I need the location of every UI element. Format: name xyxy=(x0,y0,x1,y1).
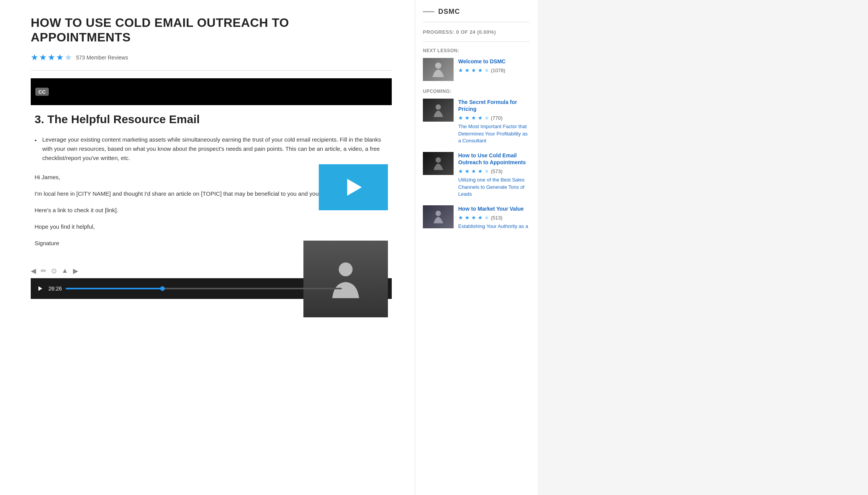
upcoming-thumb-1 xyxy=(423,152,454,175)
uls-1-1: ★ xyxy=(458,168,463,174)
person-sport-icon xyxy=(434,210,443,223)
time-display: 26:26 xyxy=(48,285,62,292)
divider xyxy=(31,70,392,71)
next-lesson-count: (1078) xyxy=(491,68,505,73)
progress-fill xyxy=(66,288,162,289)
play-button[interactable] xyxy=(319,164,388,210)
nls-3: ★ xyxy=(471,67,476,73)
uls-1-3: ★ xyxy=(471,168,476,174)
share-icon[interactable]: ▲ xyxy=(61,267,68,275)
uls-1-5: ★ xyxy=(484,168,489,174)
upcoming-title-1[interactable]: How to Use Cold Email Outreach to Appoin… xyxy=(458,152,530,166)
star-5: ★ xyxy=(65,53,72,63)
uls-1-4: ★ xyxy=(478,168,483,174)
svg-point-7 xyxy=(436,104,441,110)
upcoming-card-0[interactable]: The Secret Formula for Pricing ★ ★ ★ ★ ★… xyxy=(423,99,530,144)
video-top-bar: CC xyxy=(31,78,392,105)
play-triangle-icon xyxy=(347,179,362,196)
bullet-text: Leverage your existing content marketing… xyxy=(42,135,388,163)
svg-point-9 xyxy=(436,211,441,216)
upcoming-stars-2: ★ ★ ★ ★ ★ (513) xyxy=(458,214,530,221)
upcoming-thumb-2 xyxy=(423,205,454,228)
upcoming-title-0[interactable]: The Secret Formula for Pricing xyxy=(458,99,530,112)
upcoming-thumb-img-0 xyxy=(423,99,454,122)
svg-marker-1 xyxy=(38,286,42,291)
nls-4: ★ xyxy=(478,67,483,73)
upcoming-info-0: The Secret Formula for Pricing ★ ★ ★ ★ ★… xyxy=(458,99,530,144)
upcoming-label: UPCOMING: xyxy=(423,89,530,94)
upcoming-title-2[interactable]: How to Market Your Value xyxy=(458,205,530,212)
play-pause-button[interactable] xyxy=(35,284,45,293)
upcoming-thumb-0 xyxy=(423,99,454,122)
person-dark-icon-0 xyxy=(434,104,443,117)
upcoming-stars-1: ★ ★ ★ ★ ★ (573) xyxy=(458,168,530,174)
uls-2-5: ★ xyxy=(484,214,489,221)
svg-point-6 xyxy=(435,63,441,69)
upcoming-info-1: How to Use Cold Email Outreach to Appoin… xyxy=(458,152,530,198)
email-body3: Hope you find it helpful, xyxy=(35,221,388,232)
brand-name: DSMC xyxy=(438,8,460,16)
upcoming-desc-0: The Most Important Factor that Determine… xyxy=(458,123,530,144)
bullet-dot: • xyxy=(35,136,39,163)
uls-2-2: ★ xyxy=(465,214,470,221)
upcoming-card-2[interactable]: How to Market Your Value ★ ★ ★ ★ ★ (513)… xyxy=(423,205,530,230)
email-body: Hi James, I'm local here in [CITY NAME] … xyxy=(35,172,388,248)
progress-bar[interactable] xyxy=(66,288,342,289)
uls-0-2: ★ xyxy=(465,115,470,121)
bullet-item: • Leverage your existing content marketi… xyxy=(35,135,388,163)
upcoming-desc-1: Utilizing one of the Best Sales Channels… xyxy=(458,177,530,198)
next-lesson-title[interactable]: Welcome to DSMC xyxy=(458,58,530,65)
next-lesson-label: NEXT LESSON: xyxy=(423,48,530,53)
content-area: 3. The Helpful Resource Email • Leverage… xyxy=(31,105,392,262)
next-icon[interactable]: ▶ xyxy=(73,267,78,275)
next-lesson-thumb xyxy=(423,58,454,81)
progress-label: PROGRESS: 0 OF 24 (0.00%) xyxy=(423,29,496,35)
uls-0-4: ★ xyxy=(478,115,483,121)
sidebar-brand: DSMC xyxy=(423,8,530,22)
pencil-icon[interactable]: ✏ xyxy=(41,267,46,275)
upcoming-card-1[interactable]: How to Use Cold Email Outreach to Appoin… xyxy=(423,152,530,198)
upcoming-thumb-img-1 xyxy=(423,152,454,175)
progress-section: PROGRESS: 0 OF 24 (0.00%) xyxy=(423,28,530,42)
uls-1-2: ★ xyxy=(465,168,470,174)
play-icon xyxy=(37,285,43,292)
sidebar: DSMC PROGRESS: 0 OF 24 (0.00%) NEXT LESS… xyxy=(415,0,538,495)
download-icon[interactable]: ⊙ xyxy=(51,267,57,275)
brand-dash xyxy=(423,11,434,12)
uls-0-1: ★ xyxy=(458,115,463,121)
ratings-row: ★ ★ ★ ★ ★ 573 Member Reviews xyxy=(31,53,392,63)
nls-5: ★ xyxy=(484,67,489,73)
star-4: ★ xyxy=(56,53,64,63)
star-1: ★ xyxy=(31,53,38,63)
upcoming-count-0: (770) xyxy=(491,115,502,121)
video-thumbnail xyxy=(303,241,388,317)
person-icon xyxy=(330,260,361,298)
next-lesson-info: Welcome to DSMC ★ ★ ★ ★ ★ (1078) xyxy=(458,58,530,81)
star-3: ★ xyxy=(48,53,55,63)
uls-2-3: ★ xyxy=(471,214,476,221)
uls-2-4: ★ xyxy=(478,214,483,221)
upcoming-info-2: How to Market Your Value ★ ★ ★ ★ ★ (513)… xyxy=(458,205,530,230)
bullet-section: • Leverage your existing content marketi… xyxy=(35,135,388,163)
next-lesson-thumb-img xyxy=(423,58,454,81)
upcoming-stars-0: ★ ★ ★ ★ ★ (770) xyxy=(458,115,530,121)
main-content: HOW TO USE COLD EMAIL OUTREACH TO APPOIN… xyxy=(0,0,415,495)
review-count: 573 Member Reviews xyxy=(76,54,128,61)
cc-badge[interactable]: CC xyxy=(35,87,49,96)
svg-point-8 xyxy=(436,157,441,163)
page-title: HOW TO USE COLD EMAIL OUTREACH TO APPOIN… xyxy=(31,15,392,45)
uls-0-5: ★ xyxy=(484,115,489,121)
next-lesson-stars: ★ ★ ★ ★ ★ (1078) xyxy=(458,67,530,73)
star-2: ★ xyxy=(39,53,47,63)
nls-2: ★ xyxy=(465,67,470,73)
prev-icon[interactable]: ◀ xyxy=(31,267,36,275)
thumbnail-person xyxy=(303,241,388,317)
upcoming-desc-2: Establishing Your Authority as a xyxy=(458,223,530,230)
upcoming-section: UPCOMING: The Secret Formula for Pricing… xyxy=(423,89,530,230)
lesson-heading: 3. The Helpful Resource Email xyxy=(35,113,388,126)
person-dark-icon-1 xyxy=(434,157,443,170)
progress-thumb xyxy=(160,286,165,291)
uls-0-3: ★ xyxy=(471,115,476,121)
upcoming-count-1: (573) xyxy=(491,168,502,174)
next-lesson-card[interactable]: Welcome to DSMC ★ ★ ★ ★ ★ (1078) xyxy=(423,58,530,81)
